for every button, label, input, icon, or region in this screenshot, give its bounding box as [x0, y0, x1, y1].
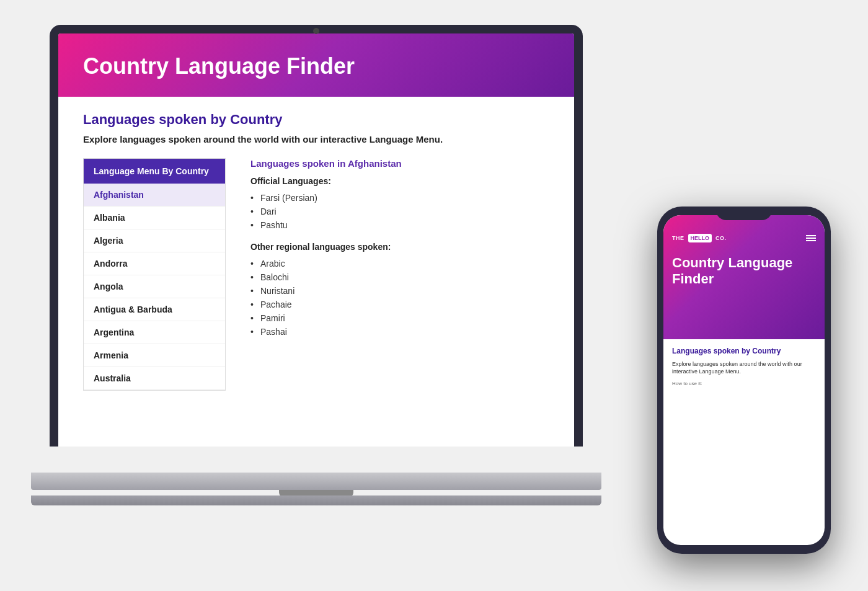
country-item-antigua-barbuda[interactable]: Antigua & Barbuda: [84, 298, 225, 321]
phone-description: Explore languages spoken around the worl…: [672, 360, 816, 376]
laptop-device: Country Language Finder Languages spoken…: [31, 25, 601, 564]
laptop-screen: Country Language Finder Languages spoken…: [58, 33, 574, 447]
country-item-argentina[interactable]: Argentina: [84, 321, 225, 344]
phone-logo-area: THE HELLO CO.: [672, 234, 816, 242]
country-menu-header: Language Menu By Country: [84, 159, 225, 184]
hamburger-menu-icon[interactable]: [806, 235, 816, 241]
regional-lang-3: Nuristani: [250, 284, 549, 298]
phone-notch: [716, 207, 772, 220]
screen-header: Country Language Finder: [58, 33, 574, 97]
phone-subtitle: Languages spoken by Country: [672, 347, 816, 357]
regional-languages-list: Arabic Balochi Nuristani Pachaie Pamiri …: [250, 257, 549, 339]
language-panel-title: Languages spoken in Afghanistan: [250, 158, 549, 169]
regional-lang-4: Pachaie: [250, 298, 549, 311]
screen-subtitle: Languages spoken by Country: [83, 112, 549, 128]
country-item-andorra[interactable]: Andorra: [84, 252, 225, 275]
regional-lang-1: Arabic: [250, 257, 549, 270]
laptop-screen-border: Country Language Finder Languages spoken…: [50, 25, 583, 447]
laptop-base: [31, 473, 601, 490]
official-lang-3: Pashtu: [250, 218, 549, 232]
country-item-armenia[interactable]: Armenia: [84, 344, 225, 367]
official-languages-label: Official Languages:: [250, 176, 549, 186]
phone-header: THE HELLO CO. Country Language Finder: [663, 215, 825, 339]
regional-lang-2: Balochi: [250, 270, 549, 284]
country-item-angola[interactable]: Angola: [84, 275, 225, 298]
page-title: Country Language Finder: [83, 53, 549, 79]
laptop-camera: [313, 28, 319, 34]
phone-how-label: How to use it:: [672, 381, 816, 386]
phone-screen: THE HELLO CO. Country Language Finder La…: [663, 215, 825, 545]
laptop-stand: [31, 495, 601, 505]
country-item-albania[interactable]: Albania: [84, 207, 225, 229]
regional-languages-label: Other regional languages spoken:: [250, 242, 549, 252]
phone-logo-co: CO.: [715, 235, 727, 241]
phone-device: THE HELLO CO. Country Language Finder La…: [657, 207, 831, 554]
phone-page-title: Country Language Finder: [672, 255, 816, 288]
regional-lang-5: Pamiri: [250, 311, 549, 325]
language-content: Languages spoken in Afghanistan Official…: [250, 158, 549, 391]
phone-body: Languages spoken by Country Explore lang…: [663, 339, 825, 394]
screen-description: Explore languages spoken around the worl…: [83, 134, 549, 144]
regional-lang-6: Pashai: [250, 325, 549, 339]
country-item-afghanistan[interactable]: Afghanistan: [84, 184, 225, 207]
official-languages-list: Farsi (Persian) Dari Pashtu: [250, 191, 549, 232]
phone-logo-hello: HELLO: [688, 234, 712, 242]
official-lang-2: Dari: [250, 205, 549, 218]
country-item-australia[interactable]: Australia: [84, 367, 225, 390]
country-menu: Language Menu By Country Afghanistan Alb…: [83, 158, 226, 391]
official-lang-1: Farsi (Persian): [250, 191, 549, 205]
country-item-algeria[interactable]: Algeria: [84, 229, 225, 252]
screen-body: Languages spoken by Country Explore lang…: [58, 97, 574, 406]
phone-logo-the: THE: [672, 235, 684, 241]
content-area: Language Menu By Country Afghanistan Alb…: [83, 158, 549, 391]
